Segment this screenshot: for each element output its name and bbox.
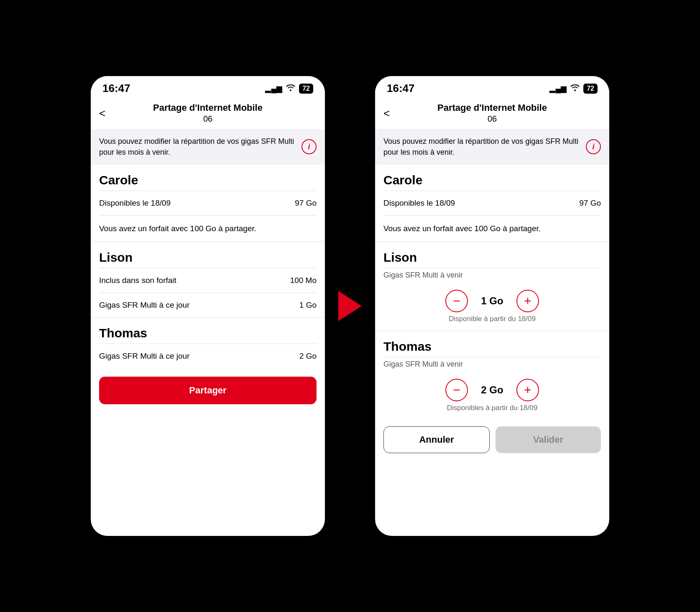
thomas-decrement-button[interactable]: − <box>445 379 468 401</box>
carole-row1-left: Disponibles le 18/09 97 Go <box>91 191 325 215</box>
status-icons-right: ▂▄▆ 72 <box>549 84 598 94</box>
lison-increment-button[interactable]: + <box>516 290 539 312</box>
page-title-right: Partage d'Internet Mobile <box>437 102 547 113</box>
thomas-row1-left: Gigas SFR Multi à ce jour 2 Go <box>91 344 325 368</box>
thomas-sub-label-right: Gigas SFR Multi à venir <box>375 357 609 375</box>
valider-button[interactable]: Valider <box>496 426 601 453</box>
thomas-row1-value-left: 2 Go <box>299 352 317 361</box>
lison-stepper-caption: Disponible à partir du 18/09 <box>449 315 536 323</box>
lison-row1-left: Inclus dans son forfait 100 Mo <box>91 268 325 293</box>
bottom-btns-right: Annuler Valider <box>375 420 609 466</box>
lison-row1-value-left: 100 Mo <box>290 276 317 285</box>
partager-button[interactable]: Partager <box>99 377 317 404</box>
carole-section-right: Carole Disponibles le 18/09 97 Go Vous a… <box>375 165 609 242</box>
carole-name-right: Carole <box>375 165 609 191</box>
carole-row2-right: Vous avez un forfait avec 100 Go à parta… <box>375 216 609 242</box>
lison-row2-label-left: Gigas SFR Multi à ce jour <box>99 301 189 310</box>
carole-row1-value-right: 97 Go <box>579 199 601 208</box>
screens-container: 16:47 ▂▄▆ 72 < Partage d'Internet Mobile… <box>82 68 618 544</box>
battery-right: 72 <box>583 84 598 94</box>
lison-row2-value-left: 1 Go <box>299 301 317 310</box>
thomas-row1-label-left: Gigas SFR Multi à ce jour <box>99 352 189 361</box>
thomas-increment-button[interactable]: + <box>516 379 539 401</box>
status-icons-left: ▂▄▆ 72 <box>265 84 313 94</box>
carole-row1-right: Disponibles le 18/09 97 Go <box>375 191 609 215</box>
info-icon-left[interactable]: i <box>301 139 317 154</box>
nav-header-left: < Partage d'Internet Mobile 06 <box>91 98 325 129</box>
left-phone-screen: 16:47 ▂▄▆ 72 < Partage d'Internet Mobile… <box>91 76 325 536</box>
right-arrow-icon <box>338 291 362 321</box>
lison-sub-label-right: Gigas SFR Multi à venir <box>375 268 609 286</box>
status-bar-right: 16:47 ▂▄▆ 72 <box>375 76 609 98</box>
lison-decrement-button[interactable]: − <box>445 290 468 312</box>
annuler-button[interactable]: Annuler <box>383 426 490 453</box>
thomas-section-left: Thomas Gigas SFR Multi à ce jour 2 Go <box>91 318 325 368</box>
thomas-stepper-caption: Disponibles à partir du 18/09 <box>447 404 537 412</box>
lison-name-left: Lison <box>91 242 325 268</box>
battery-left: 72 <box>299 84 313 94</box>
time-right: 16:47 <box>387 82 415 95</box>
back-button-left[interactable]: < <box>99 108 105 119</box>
carole-row2-left: Vous avez un forfait avec 100 Go à parta… <box>91 216 325 242</box>
wifi-icon-left <box>286 84 296 93</box>
info-text-right: Vous pouvez modifier la répartition de v… <box>383 136 581 158</box>
thomas-stepper-value: 2 Go <box>480 384 505 396</box>
thomas-section-right: Thomas Gigas SFR Multi à venir − 2 Go + … <box>375 331 609 420</box>
right-phone-screen: 16:47 ▂▄▆ 72 < Partage d'Internet Mobile… <box>375 76 609 536</box>
signal-icon-left: ▂▄▆ <box>265 84 282 93</box>
back-button-right[interactable]: < <box>383 108 390 119</box>
thomas-stepper-area: − 2 Go + Disponibles à partir du 18/09 <box>375 375 609 420</box>
bottom-btn-area-left: Partager <box>91 368 325 417</box>
lison-row1-label-left: Inclus dans son forfait <box>99 276 176 285</box>
page-subtitle-left: 06 <box>153 113 263 124</box>
wifi-icon-right <box>570 84 580 93</box>
lison-stepper-value: 1 Go <box>480 295 505 307</box>
signal-icon-right: ▂▄▆ <box>549 84 567 93</box>
carole-name-left: Carole <box>91 165 325 191</box>
nav-title-block-right: Partage d'Internet Mobile 06 <box>437 102 547 124</box>
thomas-stepper-controls: − 2 Go + <box>445 379 539 401</box>
time-left: 16:47 <box>102 82 130 95</box>
lison-row2-left: Gigas SFR Multi à ce jour 1 Go <box>91 293 325 317</box>
nav-title-block-left: Partage d'Internet Mobile 06 <box>153 102 263 124</box>
carole-row1-label-left: Disponibles le 18/09 <box>99 199 171 208</box>
thomas-name-left: Thomas <box>91 318 325 344</box>
lison-stepper-area: − 1 Go + Disponible à partir du 18/09 <box>375 286 609 331</box>
lison-section-right: Lison Gigas SFR Multi à venir − 1 Go + D… <box>375 242 609 331</box>
thomas-name-right: Thomas <box>375 331 609 357</box>
lison-section-left: Lison Inclus dans son forfait 100 Mo Gig… <box>91 242 325 318</box>
lison-stepper-controls: − 1 Go + <box>445 290 539 312</box>
carole-section-left: Carole Disponibles le 18/09 97 Go Vous a… <box>91 165 325 242</box>
info-banner-right: Vous pouvez modifier la répartition de v… <box>375 129 609 164</box>
page-title-left: Partage d'Internet Mobile <box>153 102 263 113</box>
lison-name-right: Lison <box>375 242 609 268</box>
page-subtitle-right: 06 <box>437 113 547 124</box>
status-bar-left: 16:47 ▂▄▆ 72 <box>91 76 325 98</box>
carole-row1-value-left: 97 Go <box>295 199 317 208</box>
arrow-container <box>333 291 367 321</box>
info-text-left: Vous pouvez modifier la répartition de v… <box>99 136 296 158</box>
carole-row1-label-right: Disponibles le 18/09 <box>383 199 455 208</box>
info-banner-left: Vous pouvez modifier la répartition de v… <box>91 129 325 164</box>
nav-header-right: < Partage d'Internet Mobile 06 <box>375 98 609 129</box>
info-icon-right[interactable]: i <box>586 139 601 154</box>
